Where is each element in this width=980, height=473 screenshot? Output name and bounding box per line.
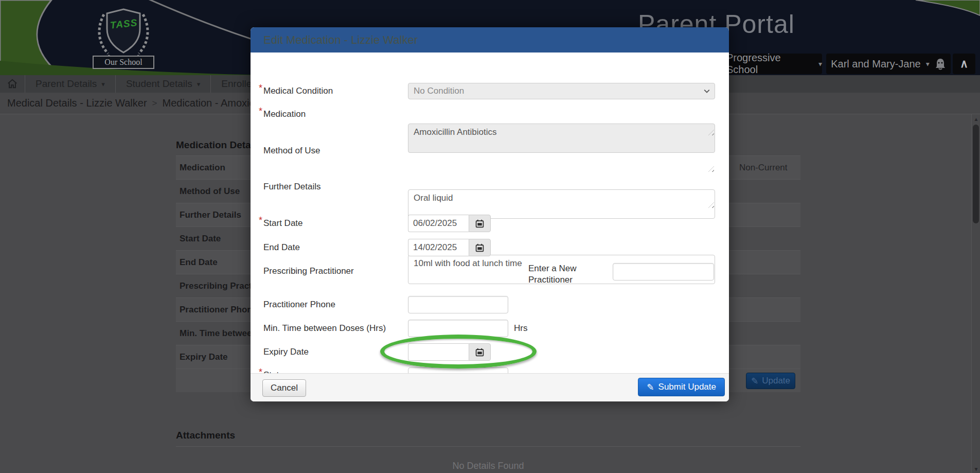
- required-marker: *: [259, 83, 262, 94]
- hrs-suffix: Hrs: [514, 323, 527, 334]
- modal-footer: Cancel ✎ Submit Update: [251, 373, 729, 401]
- new-practitioner-label: Enter a New Practitioner: [528, 263, 595, 286]
- chevron-down-icon: [704, 89, 710, 93]
- scroll-down-icon[interactable]: ▼: [972, 466, 980, 472]
- update-button[interactable]: ✎ Update: [746, 373, 795, 389]
- submit-update-label: Submit Update: [658, 382, 716, 392]
- nav-home[interactable]: [0, 75, 25, 93]
- school-name: Our School: [104, 58, 142, 67]
- bell-icon: [935, 58, 946, 70]
- submit-update-button[interactable]: ✎ Submit Update: [638, 378, 725, 396]
- start-date-calendar-button[interactable]: [469, 215, 491, 232]
- expiry-date-label: Expiry Date: [263, 347, 309, 357]
- start-date-group: 06/02/2025: [408, 215, 491, 232]
- modal-body: * Medical Condition No Condition * Medic…: [251, 52, 729, 373]
- medical-condition-select[interactable]: No Condition: [408, 83, 715, 99]
- logo-ribbon: Our School: [93, 56, 154, 69]
- start-date-input[interactable]: 06/02/2025: [408, 215, 469, 232]
- school-selector-dropdown[interactable]: Progressive School ▾: [726, 54, 822, 74]
- calendar-icon: [475, 219, 484, 228]
- screen: TASS Our School Parent Portal Progressiv…: [0, 0, 980, 473]
- prescribing-practitioner-label: Prescribing Practitioner: [263, 266, 354, 276]
- nav-parent-details[interactable]: Parent Details ▾: [25, 75, 116, 93]
- practitioner-phone-label: Practitioner Phone: [263, 300, 335, 310]
- breadcrumb-item-medical-details[interactable]: Medical Details - Lizzie Walker: [7, 97, 147, 109]
- scrollbar[interactable]: ▲ ▼: [971, 114, 980, 473]
- method-of-use-label: Method of Use: [263, 146, 320, 156]
- breadcrumb-separator: >: [152, 98, 157, 109]
- caret-down-icon: ▾: [926, 60, 930, 68]
- home-icon: [7, 78, 18, 90]
- calendar-icon: [475, 243, 484, 252]
- cancel-button[interactable]: Cancel: [262, 379, 306, 397]
- end-date-group: 14/02/2025: [408, 239, 491, 256]
- medical-condition-label: Medical Condition: [263, 86, 333, 96]
- start-date-label: Start Date: [263, 218, 303, 229]
- user-name-label: Karl and Mary-Jane: [831, 58, 921, 70]
- resize-handle[interactable]: [708, 166, 714, 172]
- scroll-up-icon[interactable]: ▲: [972, 116, 980, 122]
- collapse-header-button[interactable]: ∧: [953, 54, 975, 74]
- divider: [176, 446, 800, 447]
- no-details-text: No Details Found: [176, 461, 800, 471]
- nav-item-label: Student Details: [126, 78, 192, 90]
- pencil-icon: ✎: [647, 382, 654, 393]
- chevron-up-icon: ∧: [960, 57, 968, 71]
- end-date-label: End Date: [263, 242, 300, 253]
- practitioner-phone-input[interactable]: [408, 296, 508, 313]
- new-practitioner-input[interactable]: [613, 263, 714, 281]
- scrollbar-thumb[interactable]: [973, 125, 979, 223]
- min-time-label: Min. Time between Doses (Hrs): [263, 323, 386, 334]
- annotation-ellipse: [380, 335, 537, 369]
- medication-details-heading: Medication Details: [176, 139, 262, 151]
- required-marker: *: [259, 106, 262, 117]
- caret-down-icon: ▾: [101, 80, 105, 88]
- caret-down-icon: ▾: [818, 60, 822, 68]
- school-selector-label: Progressive School: [726, 52, 813, 75]
- modal-header: Edit Medication - Lizzie Walker: [251, 27, 729, 52]
- medication-textarea[interactable]: Amoxicillin Antibiotics: [408, 124, 715, 153]
- caret-down-icon: ▾: [197, 80, 201, 88]
- pencil-icon: ✎: [751, 376, 758, 387]
- required-marker: *: [259, 215, 262, 226]
- end-date-calendar-button[interactable]: [469, 239, 491, 256]
- end-date-input[interactable]: 14/02/2025: [408, 239, 469, 256]
- school-logo: TASS Our School: [81, 2, 166, 74]
- update-button-label: Update: [762, 376, 790, 386]
- further-details-label: Further Details: [263, 182, 320, 192]
- modal-title: Edit Medication - Lizzie Walker: [263, 33, 418, 47]
- nav-student-details[interactable]: Student Details ▾: [116, 75, 211, 93]
- status-badge: Non-Current: [739, 163, 788, 173]
- user-menu-dropdown[interactable]: Karl and Mary-Jane ▾: [826, 54, 951, 74]
- attachments-heading: Attachments: [176, 430, 235, 441]
- nav-item-label: Parent Details: [35, 78, 97, 90]
- medication-label: Medication: [263, 109, 306, 119]
